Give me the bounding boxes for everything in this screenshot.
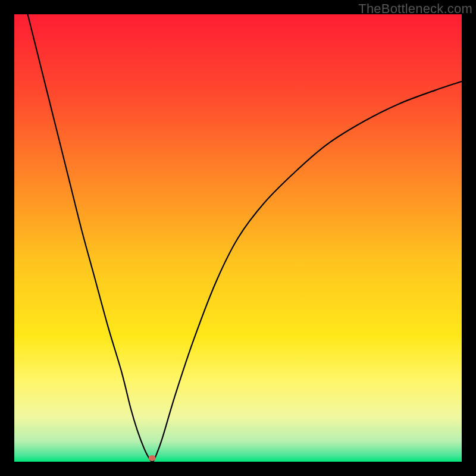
bottleneck-chart [14,14,462,462]
optimal-point-marker [149,455,156,461]
chart-frame [14,14,462,462]
